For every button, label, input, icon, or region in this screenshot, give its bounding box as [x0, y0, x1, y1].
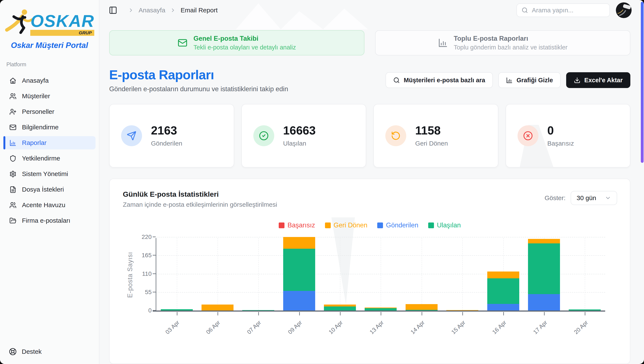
bar-segment-ula-lan — [365, 308, 397, 310]
chart-area: E-posta Sayısı 055110165220 03 Apr06 Apr… — [110, 238, 630, 339]
x-axis-label-slot: 16 Apr — [483, 312, 523, 339]
gridline — [177, 238, 177, 310]
breadcrumb-anasayfa[interactable]: Anasayfa — [139, 6, 165, 14]
stat-card-ba-ar-s-z: 0Başarısız — [506, 104, 630, 168]
x-axis-label-slot: 15 Apr — [442, 312, 483, 339]
bar-segment-geri-d-nen — [446, 310, 478, 310]
tab-subtitle: Tekli e-posta olayları ve detaylı analiz — [193, 44, 296, 51]
legend-item-g-nderilen[interactable]: Gönderilen — [377, 222, 418, 229]
y-tick-mark — [153, 255, 156, 256]
bar-segment-geri-d-nen — [487, 272, 519, 278]
y-tick-label: 165 — [142, 252, 152, 259]
sidebar-item-label: Raporlar — [22, 139, 47, 146]
gridline — [218, 238, 218, 310]
hide-chart-button[interactable]: Grafiği Gizle — [498, 72, 561, 88]
y-tick-label: 55 — [145, 289, 152, 296]
y-tick-mark — [153, 274, 156, 274]
x-tick-label: 14 Apr — [409, 319, 426, 336]
sidebar-item-label: Acente Havuzu — [22, 202, 65, 209]
life-buoy-icon — [9, 348, 17, 356]
x-axis-label-slot: 06 Apr — [197, 312, 238, 339]
user-avatar[interactable] — [616, 2, 632, 18]
bar-group-13-apr — [360, 238, 401, 310]
customer-email-search-button[interactable]: Müşterileri e-posta bazlı ara — [386, 72, 493, 88]
stat-value: 0 — [547, 125, 574, 136]
stacked-bar — [161, 309, 193, 310]
tab-subtitle: Toplu gönderim bazlı analiz ve istatisti… — [454, 44, 568, 51]
legend-label: Geri Dönen — [334, 222, 368, 229]
user-plus-icon — [10, 108, 17, 115]
stacked-bar — [365, 308, 397, 310]
sidebar-toggle-button[interactable] — [109, 6, 118, 15]
sidebar-item-firma-e-postalar[interactable]: Firma e-postaları — [4, 214, 96, 227]
sidebar-nav: AnasayfaMüşterilerPersonellerBilgilendir… — [0, 74, 99, 227]
send-icon — [121, 125, 142, 146]
x-axis-label-slot: 13 Apr — [360, 312, 401, 339]
stacked-bar — [242, 310, 274, 310]
bar-segment-ula-lan — [161, 309, 193, 310]
gridline — [340, 238, 340, 310]
stat-value: 1158 — [415, 125, 448, 136]
legend-item-ba-ar-s-z[interactable]: Başarısız — [279, 222, 315, 229]
stat-card-ula-lan: 16663Ulaşılan — [241, 104, 366, 168]
support-label: Destek — [22, 348, 42, 355]
x-tick-label: 10 Apr — [328, 319, 344, 336]
y-tick-label: 220 — [142, 234, 152, 240]
stat-card-geri-d-nen: 1158Geri Dönen — [373, 104, 498, 168]
bar-group-06-apr — [197, 238, 238, 310]
search-icon — [522, 7, 528, 14]
page-actions: Müşterileri e-posta bazlı ara Grafiği Gi… — [386, 72, 630, 88]
stat-value: 16663 — [283, 125, 316, 136]
export-excel-button[interactable]: Excel'e Aktar — [566, 72, 630, 88]
y-tick-mark — [153, 292, 156, 292]
stacked-bar — [446, 310, 478, 310]
x-tick-label: 16 Apr — [491, 319, 508, 336]
stat-label: Geri Dönen — [415, 140, 448, 147]
date-range-select[interactable]: 30 gün — [571, 191, 617, 205]
sidebar-item-label: Dosya İstekleri — [22, 186, 64, 193]
bar-chart-icon — [506, 77, 513, 84]
sidebar-item-dosya-i-stekleri[interactable]: Dosya İstekleri — [4, 183, 96, 196]
breadcrumb: Anasayfa Email Report — [128, 6, 218, 14]
sidebar-item-acente-havuzu[interactable]: Acente Havuzu — [4, 198, 96, 212]
bar-segment-geri-d-nen — [406, 304, 438, 310]
bar-segment-ula-lan — [487, 278, 519, 304]
sidebar-item-destek[interactable]: Destek — [9, 348, 42, 356]
x-axis-label-slot: 14 Apr — [401, 312, 442, 339]
sidebar-item-personeller[interactable]: Personeller — [4, 105, 96, 118]
stacked-bar — [406, 304, 438, 310]
mail-icon — [178, 38, 187, 48]
sidebar-item-m-teriler[interactable]: Müşteriler — [4, 90, 96, 103]
x-tick-label: 13 Apr — [368, 319, 385, 336]
tab-genel-eposta-takibi[interactable]: Genel E-posta Takibi Tekli e-posta olayl… — [109, 30, 364, 56]
bar-segment-ula-lan — [283, 249, 315, 291]
sidebar-item-anasayfa[interactable]: Anasayfa — [4, 74, 96, 87]
bar-segment-ula-lan — [324, 306, 356, 310]
sidebar-item-bilgilendirme[interactable]: Bilgilendirme — [4, 120, 96, 134]
x-tick-label: 20 Apr — [573, 319, 589, 336]
stat-cards: 2163Gönderilen16663Ulaşılan1158Geri Döne… — [109, 104, 630, 168]
stat-label: Ulaşılan — [283, 140, 316, 147]
tab-toplu-eposta-raporlari[interactable]: Toplu E-posta Raporları Toplu gönderim b… — [375, 30, 630, 56]
y-tick-mark — [153, 310, 156, 311]
bar-segment-geri-d-nen — [283, 237, 315, 249]
report-mode-tabs: Genel E-posta Takibi Tekli e-posta olayl… — [109, 30, 630, 56]
gear-icon — [10, 170, 17, 178]
vertical-scrollbar-thumb[interactable] — [641, 2, 643, 163]
x-tick-label: 15 Apr — [450, 319, 467, 336]
sidebar-item-raporlar[interactable]: Raporlar — [4, 136, 96, 150]
sidebar-item-yetkilendirme[interactable]: Yetkilendirme — [4, 152, 96, 165]
x-axis-label-slot: 10 Apr — [319, 312, 360, 339]
stacked-bar — [283, 237, 315, 310]
users-icon — [10, 202, 17, 209]
sidebar-item-label: Yetkilendirme — [22, 155, 60, 162]
bar-segment-g-nderilen — [487, 304, 519, 310]
legend-item-geri-d-nen[interactable]: Geri Dönen — [325, 222, 368, 229]
sidebar-item-sistem-y-netimi[interactable]: Sistem Yönetimi — [4, 167, 96, 180]
bar-group-15-apr — [442, 238, 483, 310]
legend-swatch — [428, 222, 434, 228]
global-search-input[interactable] — [532, 6, 605, 14]
legend-item-ula-lan[interactable]: Ulaşılan — [428, 222, 461, 229]
bar-segment-geri-d-nen — [324, 304, 356, 306]
gridline — [258, 238, 259, 310]
